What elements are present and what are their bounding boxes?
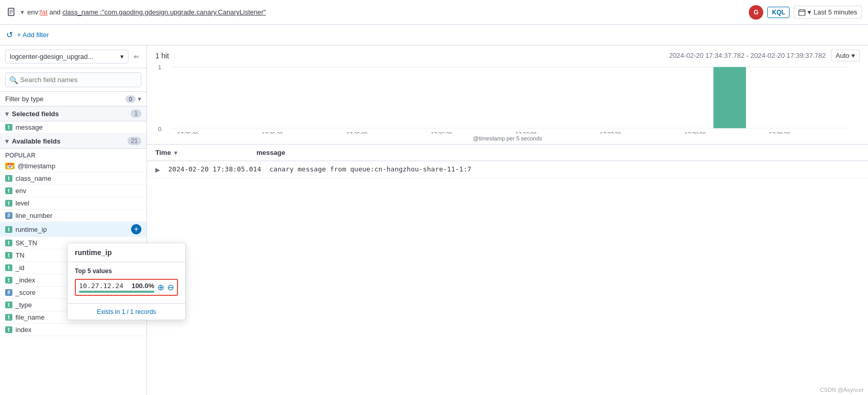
selected-count-badge: 1 [131, 109, 141, 118]
chart-header: 1 hit 2024-02-20 17:34:37.782 - 2024-02-… [147, 45, 868, 61]
field-type-badge: t [5, 124, 12, 131]
top-bar-left: ▾ env:fat and class_name :"com.gaoding.g… [6, 7, 745, 18]
chart-wrapper: 1 0 17:35:00 17:35:30 17:36:00 17:36:30 … [147, 61, 868, 144]
available-fields-chevron: ▾ [5, 137, 9, 145]
popular-field-item[interactable]: t runtime_ip + [0, 222, 147, 237]
filter-type-row[interactable]: Filter by type 0 ▾ [0, 92, 147, 106]
svg-text:17:38:30: 17:38:30 [769, 131, 790, 134]
popular-field-item[interactable]: t level [0, 197, 147, 210]
field-type-badge: t [5, 302, 12, 308]
chart-svg: 1 0 17:35:00 17:35:30 17:36:00 17:36:30 … [155, 61, 860, 134]
add-field-button[interactable]: + [131, 224, 141, 234]
sidebar-collapse-btn[interactable]: ⇐ [132, 51, 141, 62]
selected-fields-section-header[interactable]: ▾ Selected fields 1 [0, 106, 147, 121]
available-fields-label: Available fields [12, 137, 60, 145]
query-class-name: class_name :"com.gaoding.gdesign.upgrade… [62, 8, 266, 16]
top-bar: ▾ env:fat and class_name :"com.gaoding.g… [0, 0, 868, 25]
auto-label: Auto [835, 52, 849, 59]
field-name: message [15, 123, 141, 131]
selected-field-item[interactable]: t message [0, 121, 147, 134]
add-filter-button[interactable]: + Add filter [17, 31, 49, 39]
field-type-badge: # [5, 289, 12, 296]
document-icon[interactable] [6, 7, 18, 18]
available-fields-section-header[interactable]: ▾ Available fields 21 [0, 134, 147, 149]
field-name: level [15, 199, 141, 207]
col-message-header: message [256, 149, 860, 156]
filter-remove-icon[interactable]: ⊖ [167, 282, 174, 292]
filter-type-right: 0 ▾ [122, 95, 141, 103]
field-type-badge: t [5, 277, 12, 283]
second-bar: ↺ + Add filter [0, 25, 868, 45]
popup-section: Top 5 values 10.27.12.24 100.0% ⊕ ⊖ [68, 262, 185, 303]
time-picker[interactable]: ▾ Last 5 minutes [794, 6, 862, 19]
kql-button[interactable]: KQL [767, 7, 790, 18]
top-value-header: 10.27.12.24 100.0% [79, 282, 154, 290]
logo-icon: G [749, 5, 763, 20]
field-type-badge: t [5, 252, 12, 259]
top-value-text: 10.27.12.24 [79, 282, 132, 290]
field-name: @timestamp [18, 162, 141, 170]
field-name: line_number [15, 212, 141, 219]
filter-type-label: Filter by type [5, 95, 43, 103]
top-value-row: 10.27.12.24 100.0% ⊕ ⊖ [75, 279, 178, 296]
svg-rect-1 [799, 10, 805, 15]
field-type-badge: t [5, 326, 12, 333]
svg-text:1: 1 [158, 64, 161, 70]
expand-btn[interactable]: ▶ [155, 166, 160, 173]
sort-icon: ▼ [173, 150, 179, 156]
dropdown-arrow[interactable]: ▾ [21, 8, 24, 16]
field-name: env [15, 187, 141, 195]
popup-footer-link[interactable]: Exists in 1 / 1 records [97, 308, 156, 315]
top-value-actions: ⊕ ⊖ [157, 282, 174, 292]
chart-bar [714, 67, 746, 128]
table-area: Time ▼ message ▶ 2024-02-20 17:38:05.014… [147, 145, 868, 395]
svg-text:17:37:30: 17:37:30 [600, 131, 621, 134]
search-input-wrap: 🔍 [5, 72, 141, 87]
top-value-content: 10.27.12.24 100.0% [79, 282, 154, 293]
query-text: env:fat and class_name :"com.gaoding.gde… [27, 8, 266, 16]
svg-text:17:37:00: 17:37:00 [516, 131, 537, 134]
col-time-header: Time ▼ [155, 149, 248, 156]
popular-field-item[interactable]: t class_name [0, 172, 147, 185]
field-name: index [15, 326, 141, 334]
field-name: runtime_ip [15, 226, 128, 233]
popular-field-item[interactable]: t index [0, 324, 147, 336]
top-bar-right: G KQL ▾ Last 5 minutes [749, 5, 862, 20]
search-input[interactable] [5, 72, 141, 87]
index-dropdown-arrow: ▾ [120, 53, 124, 60]
table-header: Time ▼ message [147, 145, 868, 161]
calendar-icon [798, 9, 806, 16]
content-area: 1 hit 2024-02-20 17:34:37.782 - 2024-02-… [147, 45, 868, 395]
query-highlight: fat [40, 8, 47, 16]
auto-select[interactable]: Auto ▾ [831, 50, 860, 61]
filter-count-badge: 0 [125, 96, 136, 103]
table-rows: ▶ 2024-02-20 17:38:05.014 canary message… [147, 161, 868, 178]
sidebar: logcenter-gdesign_upgrad... ▾ ⇐ 🔍 Filter… [0, 45, 147, 395]
filter-add-icon[interactable]: ⊕ [157, 282, 164, 292]
selected-fields-list: t message [0, 121, 147, 134]
time-col-label: Time [155, 149, 171, 156]
time-label: Last 5 minutes [813, 8, 857, 16]
popup-title: runtime_ip [68, 243, 185, 262]
svg-text:17:35:30: 17:35:30 [262, 131, 283, 134]
field-type-badge: t [5, 240, 12, 246]
popular-field-item[interactable]: t env [0, 185, 147, 197]
top-value-bar-wrap [79, 291, 154, 293]
index-name: logcenter-gdesign_upgrad... [10, 53, 93, 60]
table-row: ▶ 2024-02-20 17:38:05.014 canary message… [147, 161, 868, 178]
field-type-badge: # [5, 212, 12, 219]
available-count-badge: 21 [127, 137, 141, 145]
field-type-badge: t [5, 314, 12, 321]
hit-count: 1 hit [155, 52, 169, 60]
field-type-badge: t [5, 226, 12, 233]
popular-field-item[interactable]: 📅 @timestamp [0, 160, 147, 172]
popular-label: Popular [0, 149, 147, 160]
index-select[interactable]: logcenter-gdesign_upgrad... ▾ [5, 50, 128, 64]
watermark: CSDN @Asyncer [820, 387, 864, 393]
popular-field-item[interactable]: # line_number [0, 210, 147, 222]
field-type-badge: 📅 [5, 163, 14, 169]
date-range: 2024-02-20 17:34:37.782 - 2024-02-20 17:… [669, 52, 826, 59]
filter-type-chevron: ▾ [138, 95, 141, 103]
search-icon: 🔍 [9, 76, 18, 84]
refresh-icon[interactable]: ↺ [6, 30, 13, 40]
